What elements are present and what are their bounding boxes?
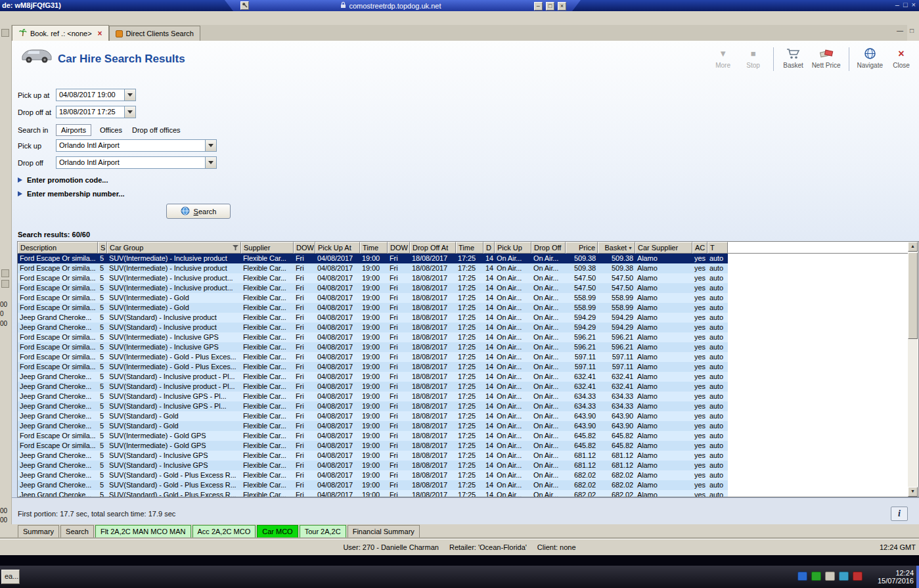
table-row[interactable]: Ford Escape Or simila...5SUV(Intermediat… [18,293,908,303]
volume-icon[interactable] [853,572,863,581]
rail-icon[interactable] [1,29,9,37]
tab-close-icon[interactable]: × [98,29,102,38]
pin-icon[interactable] [240,1,249,10]
column-header[interactable]: Pick Up [495,242,531,254]
table-row[interactable]: Ford Escape Or simila...5SUV(Intermediat… [18,431,908,441]
column-header[interactable]: T [707,242,728,254]
column-header[interactable]: Drop Off At [410,242,456,254]
column-header[interactable]: Supplier [241,242,294,254]
filter-funnel-icon[interactable] [233,245,238,250]
table-row[interactable]: Jeep Grand Cheroke...5SUV(Standard) - In… [18,313,908,323]
bottom-tab-financial-summary[interactable]: Financial Summary [347,525,420,538]
column-header[interactable]: D [483,242,495,254]
search-in-dropoff-offices[interactable]: Drop off offices [131,125,182,135]
column-header[interactable]: DOW [388,242,410,254]
table-row[interactable]: Jeep Grand Cheroke...5SUV(Standard) - Go… [18,490,908,497]
column-header[interactable]: S [98,242,107,254]
close-button[interactable]: × Close [889,47,913,69]
bottom-tab-tour-2a-2c[interactable]: Tour 2A,2C [300,525,346,538]
vertical-scrollbar[interactable]: ▲ ▼ [908,242,918,497]
dropdown-arrow-icon[interactable] [124,106,135,118]
bottom-tab-car-mco[interactable]: Car MCO [257,525,298,538]
bottom-tab-flt-2a-2c-man-mco-man[interactable]: Flt 2A,2C MAN MCO MAN [95,525,191,538]
keyboard-layout-icon[interactable] [825,572,835,581]
promotion-code-expander[interactable]: Enter promotion code... [18,176,108,184]
rail-icon[interactable] [1,269,9,277]
table-row[interactable]: Jeep Grand Cheroke...5SUV(Standard) - Go… [18,411,908,421]
table-row[interactable]: Ford Escape Or simila...5SUV(Intermediat… [18,283,908,293]
table-row[interactable]: Jeep Grand Cheroke...5SUV(Standard) - In… [18,372,908,382]
table-row[interactable]: Jeep Grand Cheroke...5SUV(Standard) - Go… [18,470,908,480]
dropdown-arrow-icon[interactable] [124,89,135,101]
bottom-tab-acc-2a-2c-mco[interactable]: Acc 2A,2C MCO [192,525,256,538]
table-row[interactable]: Ford Escape Or simila...5SUV(Intermediat… [18,332,908,342]
membership-number-expander[interactable]: Enter membership number... [18,190,125,198]
tab-booking-ref[interactable]: Book. ref .: <none> × [12,25,109,41]
basket-button[interactable]: Basket [782,47,805,69]
column-header[interactable]: Time [456,242,483,254]
tab-direct-clients-search[interactable]: Direct Clients Search [109,26,200,41]
pickup-at-combobox[interactable]: 04/08/2017 19:00 [56,89,136,101]
stop-button[interactable]: ■ Stop [742,47,765,69]
pickup-combobox[interactable]: Orlando Intl Airport [56,139,217,152]
panel-minimize-icon[interactable]: — [897,27,903,34]
table-row[interactable]: Jeep Grand Cheroke...5SUV(Standard) - Go… [18,421,908,431]
table-row[interactable]: Jeep Grand Cheroke...5SUV(Standard) - Go… [18,480,908,490]
rdp-restore-button[interactable]: □ [546,2,554,11]
column-header[interactable]: Pick Up At [315,242,360,254]
scrollbar-thumb[interactable] [908,252,918,339]
column-header[interactable]: Description [18,242,98,254]
rail-icon[interactable] [1,280,9,288]
info-button[interactable]: i [891,507,908,521]
more-button[interactable]: ▼ More [711,47,735,69]
navigate-button[interactable]: Navigate [857,47,883,69]
table-row[interactable]: Jeep Grand Cheroke...5SUV(Standard) - In… [18,382,908,392]
table-row[interactable]: Ford Escape Or simila...5SUV(Intermediat… [18,263,908,273]
network-icon[interactable] [839,572,849,581]
scroll-up-icon[interactable]: ▲ [908,242,918,252]
scroll-down-icon[interactable]: ▼ [908,487,918,497]
table-row[interactable]: Ford Escape Or simila...5SUV(Intermediat… [18,342,908,352]
taskbar-app-button[interactable]: ea... [1,570,20,584]
table-row[interactable]: Ford Escape Or simila...5SUV(Intermediat… [18,352,908,362]
bottom-tab-search[interactable]: Search [60,525,94,538]
cell: 17:25 [456,480,483,490]
column-header[interactable]: Price [566,242,598,254]
table-row[interactable]: Jeep Grand Cheroke...5SUV(Standard) - In… [18,451,908,461]
rdp-minimize-button[interactable]: – [534,2,543,11]
search-button[interactable]: Search [166,204,231,219]
nett-price-button[interactable]: Nett Price [812,47,841,69]
column-header[interactable]: Time [360,242,388,254]
column-header[interactable]: Car Supplier [635,242,692,254]
dropoff-at-combobox[interactable]: 18/08/2017 17:25 [56,106,136,118]
window-minimize-button[interactable]: – [895,1,899,9]
table-row[interactable]: Jeep Grand Cheroke...5SUV(Standard) - In… [18,323,908,332]
bottom-tab-summary[interactable]: Summary [18,525,59,538]
column-header[interactable]: DOW [294,242,315,254]
search-in-offices[interactable]: Offices [99,125,123,135]
antivirus-icon[interactable] [811,572,821,581]
table-row[interactable]: Jeep Grand Cheroke...5SUV(Standard) - In… [18,461,908,470]
display-icon[interactable] [797,572,807,581]
table-row[interactable]: Ford Escape Or simila...5SUV(Intermediat… [18,254,908,263]
table-row[interactable]: Ford Escape Or simila...5SUV(Intermediat… [18,441,908,451]
table-row[interactable]: Jeep Grand Cheroke...5SUV(Standard) - In… [18,392,908,401]
window-close-button[interactable]: × [912,1,916,9]
rdp-close-button[interactable]: × [558,2,566,11]
table-row[interactable]: Jeep Grand Cheroke...5SUV(Standard) - In… [18,401,908,411]
table-row[interactable]: Ford Escape Or simila...5SUV(Intermediat… [18,362,908,372]
dropdown-arrow-icon[interactable] [205,157,216,168]
table-row[interactable]: Ford Escape Or simila...5SUV(Intermediat… [18,273,908,283]
show-desktop-strip[interactable] [916,566,919,588]
window-restore-button[interactable]: □ [903,1,908,9]
column-header[interactable]: Car Group [107,242,241,254]
dropdown-arrow-icon[interactable] [205,140,216,151]
column-header[interactable]: Basket▼ [598,242,635,254]
search-in-airports[interactable]: Airports [56,124,91,136]
taskbar-clock[interactable]: 12:24 15/07/2016 [878,569,914,585]
table-row[interactable]: Ford Escape Or simila...5SUV(Intermediat… [18,303,908,313]
column-header[interactable]: AC [692,242,707,254]
column-header[interactable]: Drop Off [531,242,566,254]
panel-maximize-icon[interactable]: □ [910,27,914,34]
dropoff-combobox[interactable]: Orlando Intl Airport [56,156,217,169]
